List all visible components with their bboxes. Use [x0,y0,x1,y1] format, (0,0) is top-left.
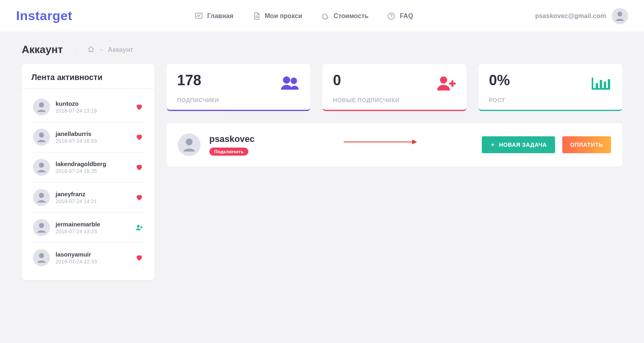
home-icon[interactable] [87,45,95,54]
activity-time: 2018-07-24 16:25 [56,168,106,174]
pay-button[interactable]: ОПЛАТИТЬ [562,136,611,153]
activity-avatar [33,219,50,236]
activity-item[interactable]: janellaburris2018-07-24 16:53 [31,122,145,152]
svg-point-15 [39,223,44,228]
svg-point-13 [39,193,44,198]
activity-username: lakendragoldberg [56,160,106,167]
stat-new-followers: 0 НОВЫЕ ПОДПИСЧИКИ [322,64,466,111]
activity-username: janellaburris [56,130,97,137]
activity-username: kuntozo [56,100,97,107]
svg-point-27 [186,139,193,146]
user-email: psaskovec@gmail.com [535,12,606,20]
svg-point-16 [137,225,140,228]
svg-point-3 [391,17,392,18]
svg-rect-25 [608,79,610,88]
main-layout: Лента активности kuntozo2018-07-24 23:19… [0,60,644,300]
activity-item[interactable]: lakendragoldberg2018-07-24 16:25 [31,152,145,183]
nav-pricing[interactable]: Стоимость [318,8,371,24]
brand-logo[interactable]: Instarget [16,8,72,23]
activity-meta: jermainemarble2018-07-24 13:23 [56,221,100,234]
heart-icon [135,254,143,262]
nav-pricing-label: Стоимость [334,12,369,20]
stat-followers-label: ПОДПИСЧИКИ [177,97,300,103]
svg-point-9 [39,132,44,138]
activity-time: 2018-07-24 13:23 [56,228,100,234]
activity-title: Лента активности [31,73,145,82]
heart-icon [135,193,143,201]
account-username: psaskovec [209,134,255,144]
question-icon [387,12,396,21]
breadcrumb-separator: – [99,46,103,53]
activity-item[interactable]: lasonyamuir2018-07-24 12:33 [31,243,145,273]
activity-username: janeyfranz [56,191,97,197]
activity-item[interactable]: jermainemarble2018-07-24 13:23 [31,213,145,243]
svg-rect-23 [600,80,602,88]
activity-time: 2018-07-24 16:53 [56,138,97,144]
svg-rect-24 [604,82,606,88]
stat-followers: 178 ПОДПИСЧИКИ [167,64,310,111]
new-task-label: НОВАЯ ЗАДАЧА [499,142,547,148]
heart-icon [135,163,143,171]
breadcrumb: – Аккаунт [87,45,133,54]
activity-avatar [33,189,50,206]
activity-avatar [33,129,50,146]
activity-username: jermainemarble [56,221,100,228]
svg-point-19 [283,76,290,84]
activity-meta: lasonyamuir2018-07-24 12:33 [56,251,97,265]
follow-icon [135,224,143,232]
nav-faq[interactable]: FAQ [384,8,415,24]
document-icon [252,12,261,21]
users-icon [277,74,301,92]
plus-icon: ＋ [490,141,496,148]
activity-avatar [33,99,50,115]
svg-point-18 [39,253,44,258]
stats-row: 178 ПОДПИСЧИКИ 0 [167,64,622,111]
svg-rect-22 [596,83,598,88]
stat-new-followers-label: НОВЫЕ ПОДПИСЧИКИ [333,97,456,103]
user-menu[interactable]: psaskovec@gmail.com [535,8,628,24]
svg-point-7 [39,102,44,107]
svg-point-1 [326,15,326,16]
svg-point-20 [291,78,297,84]
topbar: Instarget Главная Мои прокси Стоимость F… [0,0,644,32]
content-column: 178 ПОДПИСЧИКИ 0 [167,64,622,280]
activity-meta: kuntozo2018-07-24 23:19 [56,100,97,114]
account-meta: psaskovec Подключить [209,134,255,156]
account-actions: ＋ НОВАЯ ЗАДАЧА ОПЛАТИТЬ [482,136,611,153]
activity-avatar [33,159,50,176]
nav-home-label: Главная [207,12,233,20]
nav-proxies-label: Мои прокси [265,12,302,20]
svg-point-21 [440,76,447,84]
breadcrumb-current: Аккаунт [108,46,133,53]
activity-item[interactable]: janeyfranz2018-07-24 14:21 [31,183,145,213]
svg-point-11 [39,162,44,168]
bar-chart-icon [589,74,613,92]
activity-username: lasonyamuir [56,251,97,258]
heart-icon [135,103,143,111]
page-title: Аккаунт [22,43,63,56]
activity-time: 2018-07-24 12:33 [56,259,97,265]
account-card: psaskovec Подключить ＋ НОВАЯ ЗАДАЧА ОПЛА… [167,123,622,166]
activity-time: 2018-07-24 23:19 [56,108,97,114]
nav-proxies[interactable]: Мои прокси [250,8,305,24]
pay-label: ОПЛАТИТЬ [570,142,603,148]
annotation-arrow [344,142,416,142]
user-avatar[interactable] [612,8,628,24]
stat-growth-label: РОСТ [489,97,612,103]
nav-home[interactable]: Главная [192,8,236,24]
primary-nav: Главная Мои прокси Стоимость FAQ [192,8,416,24]
user-plus-icon [433,74,458,92]
stat-growth: 0% РОСТ [479,64,622,111]
connect-chip[interactable]: Подключить [209,148,248,156]
activity-meta: lakendragoldberg2018-07-24 16:25 [56,160,106,174]
page-header: Аккаунт – Аккаунт [0,32,644,60]
svg-rect-0 [195,13,202,18]
activity-meta: janellaburris2018-07-24 16:53 [56,130,97,144]
header-divider [75,45,75,55]
activity-feed: kuntozo2018-07-24 23:19janellaburris2018… [31,89,145,276]
activity-item[interactable]: kuntozo2018-07-24 23:19 [31,92,145,122]
new-task-button[interactable]: ＋ НОВАЯ ЗАДАЧА [482,136,555,153]
activity-avatar [33,249,50,266]
chart-icon [194,12,203,21]
account-avatar [178,134,200,156]
